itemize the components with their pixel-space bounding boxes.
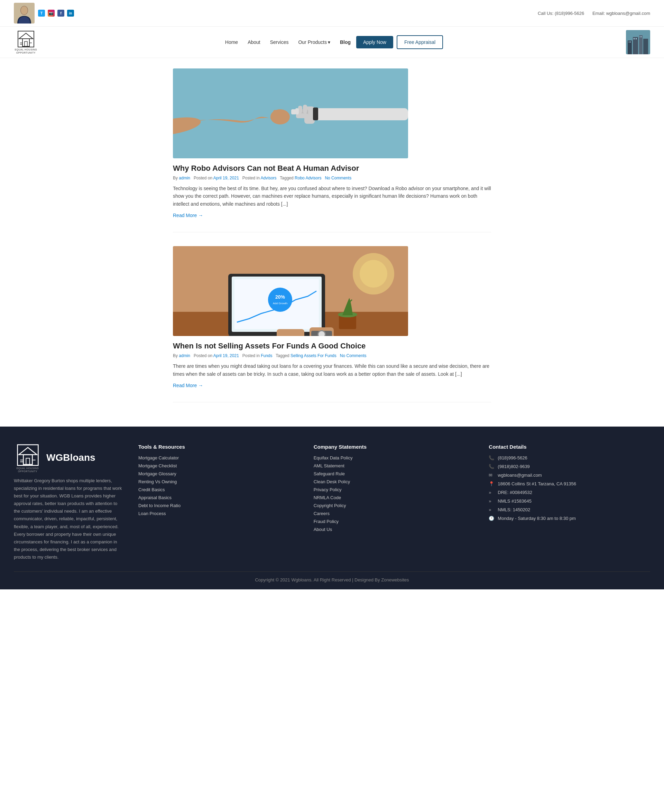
footer-link-fraud[interactable]: Fraud Policy xyxy=(314,519,475,524)
footer-link-privacy[interactable]: Privacy Policy xyxy=(314,487,475,492)
footer-link-debt[interactable]: Debt to Income Ratio xyxy=(138,503,300,508)
footer-brand-name: WGBloans xyxy=(46,452,96,463)
footer-link-renting[interactable]: Renting Vs Owning xyxy=(138,479,300,484)
instagram-icon[interactable]: 📷 xyxy=(48,10,55,16)
dropdown-arrow-icon: ▾ xyxy=(328,39,330,45)
apply-now-button[interactable]: Apply Now xyxy=(356,36,393,49)
svg-rect-13 xyxy=(639,35,643,54)
nav-logo: EQUAL HOUSING OPPORTUNITY xyxy=(14,30,38,54)
footer-description: Whittaker Gregory Burton shops multiple … xyxy=(14,477,125,561)
svg-rect-18 xyxy=(636,38,637,39)
svg-rect-27 xyxy=(308,108,408,120)
post1-category[interactable]: Advisors xyxy=(261,175,277,180)
free-appraisal-button[interactable]: Free Appraisal xyxy=(397,35,443,49)
contact-phone1-text: (818)996-5626 xyxy=(498,455,527,460)
post2-category[interactable]: Funds xyxy=(261,353,272,358)
footer-link-credit[interactable]: Credit Basics xyxy=(138,487,300,492)
nav-blog[interactable]: Blog xyxy=(336,37,355,48)
post1-date[interactable]: April 19, 2021 xyxy=(213,175,239,180)
contact-nmls2: » NMLS: 1450202 xyxy=(489,507,650,512)
contact-address-text: 18606 Collins St #1 Tarzana, CA 91356 xyxy=(498,481,576,486)
facebook-icon[interactable]: f xyxy=(57,10,64,16)
post2-title: When Is not Selling Assets For Funds A G… xyxy=(173,341,491,351)
nav-services[interactable]: Services xyxy=(266,37,293,48)
phone-icon: 📞 xyxy=(489,455,494,460)
contact-dre: » DRE: #00849532 xyxy=(489,490,650,495)
nav-links: Home About Services Our Products ▾ Blog … xyxy=(221,35,443,49)
svg-marker-55 xyxy=(19,447,37,455)
footer-contact-title: Contact Details xyxy=(489,444,650,450)
footer-link-nrmla[interactable]: NRMLA Code xyxy=(314,495,475,500)
nav-home[interactable]: Home xyxy=(221,37,242,48)
footer-link-clean-desk[interactable]: Clean Desk Policy xyxy=(314,479,475,484)
footer-link-equifax[interactable]: Equifax Data Policy xyxy=(314,455,475,460)
svg-point-41 xyxy=(268,287,292,312)
svg-rect-14 xyxy=(643,39,648,54)
post1-image xyxy=(173,68,408,158)
social-icons: T 📷 f in xyxy=(38,10,74,16)
main-content: Why Robo Advisors Can not Beat A Human A… xyxy=(166,58,498,427)
call-label: Call Us: (818)996-5626 xyxy=(538,11,584,16)
contact-dre-text: DRE: #00849532 xyxy=(498,490,532,495)
post1-excerpt: Technology is seeing the best of its tim… xyxy=(173,185,491,208)
svg-point-53 xyxy=(360,260,387,287)
post2-date[interactable]: April 19, 2021 xyxy=(213,353,239,358)
post2-image: 20% Add Growth xyxy=(173,246,408,336)
svg-point-2 xyxy=(21,6,28,15)
post1-author[interactable]: admin xyxy=(179,175,190,180)
post2-author[interactable]: admin xyxy=(179,353,190,358)
svg-rect-19 xyxy=(640,36,641,37)
footer-link-mortgage-calc[interactable]: Mortgage Calculator xyxy=(138,455,300,460)
top-bar-left: T 📷 f in xyxy=(14,3,74,23)
twitter-icon[interactable]: T xyxy=(38,10,45,16)
post2-tag[interactable]: Selling Assets For Funds xyxy=(291,353,337,358)
footer-logo: EQUAL HOUSING OPPORTUNITY WGBloans xyxy=(14,444,125,471)
phone2-icon: 📞 xyxy=(489,464,494,469)
equal-housing-logo: EQUAL HOUSING OPPORTUNITY xyxy=(14,30,38,54)
linkedin-icon[interactable]: in xyxy=(67,10,74,16)
footer-link-careers[interactable]: Careers xyxy=(314,511,475,516)
post1-tag[interactable]: Robo Advisors xyxy=(295,175,321,180)
footer-link-about-us[interactable]: About Us xyxy=(314,527,475,532)
footer-link-appraisal[interactable]: Appraisal Basics xyxy=(138,495,300,500)
footer-eho-icon: EQUAL HOUSING OPPORTUNITY xyxy=(14,444,41,471)
footer-tools-col: Tools & Resources Mortgage Calculator Mo… xyxy=(138,444,300,561)
svg-rect-26 xyxy=(277,110,281,115)
footer-grid: EQUAL HOUSING OPPORTUNITY WGBloans Whitt… xyxy=(14,444,650,561)
footer-link-mortgage-gloss[interactable]: Mortgage Glossary xyxy=(138,471,300,476)
svg-rect-33 xyxy=(313,107,318,120)
footer-brand: EQUAL HOUSING OPPORTUNITY WGBloans Whitt… xyxy=(14,444,125,561)
person-photo xyxy=(14,3,34,23)
contact-email: ✉ wgbloans@gmail.com xyxy=(489,473,650,478)
nav-products[interactable]: Our Products ▾ xyxy=(294,37,334,48)
footer-link-copyright[interactable]: Copyright Policy xyxy=(314,503,475,508)
footer-link-mortgage-check[interactable]: Mortgage Checklist xyxy=(138,463,300,468)
svg-rect-47 xyxy=(277,329,304,336)
post2-read-more[interactable]: Read More → xyxy=(173,383,203,388)
blog-post-2: 20% Add Growth When Is xyxy=(173,246,491,403)
nav-bar: EQUAL HOUSING OPPORTUNITY Home About Ser… xyxy=(0,27,664,58)
contact-email-text: wgbloans@gmail.com xyxy=(498,473,542,478)
footer-link-loan[interactable]: Loan Process xyxy=(138,511,300,516)
footer-company-col: Company Statements Equifax Data Policy A… xyxy=(314,444,475,561)
svg-rect-25 xyxy=(273,110,277,115)
svg-rect-57 xyxy=(26,458,29,464)
footer-link-aml[interactable]: AML Statement xyxy=(314,463,475,468)
contact-nmls1: » NMLS #1583645 xyxy=(489,499,650,503)
post1-comments[interactable]: No Comments xyxy=(325,175,352,180)
svg-rect-16 xyxy=(630,42,631,42)
nav-about[interactable]: About xyxy=(244,37,265,48)
post1-meta: By admin Posted on April 19, 2021 Posted… xyxy=(173,175,491,180)
post1-read-more[interactable]: Read More → xyxy=(173,213,203,218)
post2-comments[interactable]: No Comments xyxy=(340,353,366,358)
footer-link-safeguard[interactable]: Safeguard Rule xyxy=(314,471,475,476)
svg-marker-4 xyxy=(19,33,33,39)
svg-rect-17 xyxy=(633,38,635,39)
footer: EQUAL HOUSING OPPORTUNITY WGBloans Whitt… xyxy=(0,427,664,590)
contact-phone1: 📞 (818)996-5626 xyxy=(489,455,650,460)
arrow3-icon: » xyxy=(489,507,494,512)
footer-company-title: Company Statements xyxy=(314,444,475,450)
arrow2-icon: » xyxy=(489,499,494,503)
svg-text:20%: 20% xyxy=(275,294,285,300)
svg-rect-5 xyxy=(23,39,29,46)
